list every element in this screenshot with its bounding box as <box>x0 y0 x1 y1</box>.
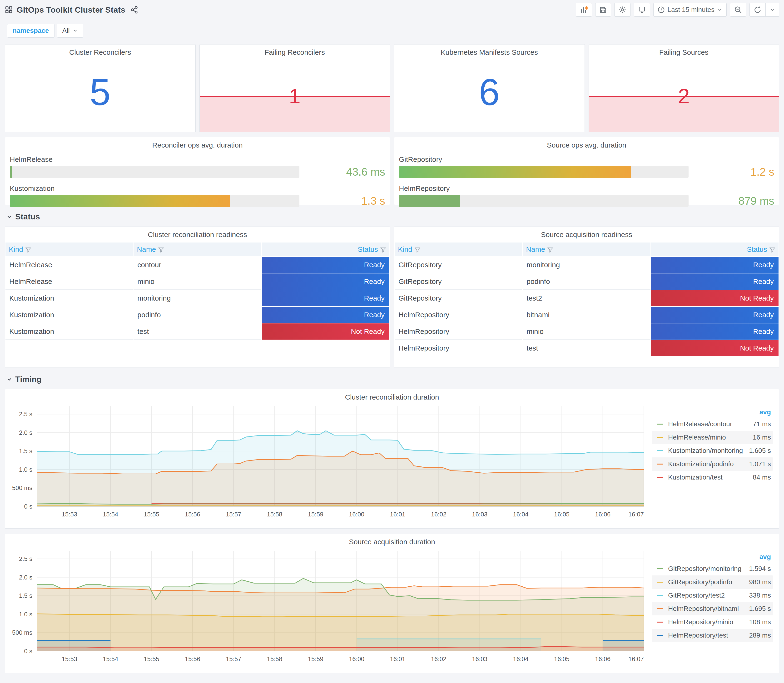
series-name: HelmRepository/test <box>668 632 749 639</box>
legend-item[interactable]: GitRepository/podinfo 980 ms <box>652 576 773 589</box>
refresh-button[interactable] <box>749 3 766 17</box>
chart-legend: avg GitRepository/monitoring 1.594 s Git… <box>651 547 777 666</box>
panel-title[interactable]: Failing Reconcilers <box>200 45 390 56</box>
zoom-out-button[interactable] <box>730 3 746 17</box>
series-avg-value: 289 ms <box>749 632 771 639</box>
gauge-fill <box>10 166 12 178</box>
legend-item[interactable]: GitRepository/monitoring 1.594 s <box>652 562 773 576</box>
column-header-kind[interactable]: Kind <box>5 242 133 256</box>
table-row: HelmRepositoryminioReady <box>394 324 779 340</box>
legend-item[interactable]: HelmRepository/bitnami 1.695 s <box>652 602 773 616</box>
gauge-fill <box>399 166 631 178</box>
save-dashboard-button[interactable] <box>595 3 611 17</box>
legend-avg-header[interactable]: avg <box>652 408 773 416</box>
panel-title[interactable]: Cluster Reconcilers <box>5 45 196 56</box>
svg-text:16:03: 16:03 <box>472 511 487 518</box>
gauge-value: 1.3 s <box>314 194 385 207</box>
table-row: HelmReleasecontourReady <box>5 257 390 273</box>
status-badge: Ready <box>262 257 390 273</box>
series-avg-value: 1.594 s <box>749 565 771 572</box>
name-cell: contour <box>133 257 261 273</box>
chevron-down-icon <box>770 7 775 13</box>
section-status[interactable]: Status <box>6 212 779 221</box>
series-name: HelmRelease/contour <box>668 420 753 428</box>
panel-title[interactable]: Source ops avg. duration <box>399 137 774 149</box>
panel-title[interactable]: Source acquisition readiness <box>394 227 779 239</box>
legend-item[interactable]: HelmRelease/minio 16 ms <box>652 431 773 444</box>
tv-mode-button[interactable] <box>634 3 650 17</box>
readiness-table: KindNameStatusGitRepositorymonitoringRea… <box>394 242 779 357</box>
dashboard-settings-button[interactable] <box>614 3 630 17</box>
filter-icon[interactable] <box>26 247 31 252</box>
kind-cell: HelmRepository <box>394 307 522 323</box>
refresh-interval-dropdown[interactable] <box>766 3 779 17</box>
legend-item[interactable]: HelmRelease/contour 71 ms <box>652 417 773 431</box>
series-name: Kustomization/monitoring <box>668 447 749 455</box>
legend-item[interactable]: HelmRepository/minio 108 ms <box>652 616 773 629</box>
column-header-kind[interactable]: Kind <box>394 242 522 256</box>
filter-icon[interactable] <box>770 247 775 252</box>
column-header-status[interactable]: Status <box>651 242 779 256</box>
svg-text:16:05: 16:05 <box>554 511 569 518</box>
variable-namespace-value[interactable]: All <box>57 24 83 38</box>
filter-icon[interactable] <box>158 247 164 252</box>
filter-icon[interactable] <box>415 247 420 252</box>
column-header-status[interactable]: Status <box>262 242 390 256</box>
legend-item[interactable]: Kustomization/test 84 ms <box>652 471 773 484</box>
gauge-fill <box>399 195 460 207</box>
panel-title[interactable]: Reconciler ops avg. duration <box>10 137 385 149</box>
table-panel-source-readiness: Source acquisition readiness KindNameSta… <box>394 226 779 367</box>
gauge-value: 43.6 ms <box>314 165 385 178</box>
legend-item[interactable]: GitRepository/test2 338 ms <box>652 589 773 602</box>
gauge-track <box>10 195 300 207</box>
legend-item[interactable]: HelmRepository/test 289 ms <box>652 629 773 642</box>
series-color-dash <box>657 595 663 596</box>
svg-text:15:58: 15:58 <box>267 656 282 662</box>
series-color-dash <box>657 622 663 622</box>
series-avg-value: 71 ms <box>753 420 771 428</box>
time-range-picker[interactable]: Last 15 minutes <box>653 3 727 17</box>
stat-value: 2 <box>589 84 779 108</box>
svg-text:1.5 s: 1.5 s <box>19 447 32 455</box>
legend-avg-header[interactable]: avg <box>652 553 773 561</box>
time-series-plot[interactable]: 0 s500 ms1.0 s1.5 s2.0 s2.5 s15:5315:541… <box>7 402 651 521</box>
svg-text:16:01: 16:01 <box>390 656 405 662</box>
legend-item[interactable]: Kustomization/monitoring 1.605 s <box>652 444 773 457</box>
svg-text:500 ms: 500 ms <box>12 484 32 491</box>
time-series-plot[interactable]: 0 s500 ms1.0 s1.5 s2.0 s2.5 s15:5315:541… <box>7 547 651 666</box>
time-range-label: Last 15 minutes <box>667 6 715 14</box>
name-cell: test <box>523 340 650 356</box>
svg-text:500 ms: 500 ms <box>12 629 32 636</box>
panel-title[interactable]: Kubernetes Manifests Sources <box>394 45 585 56</box>
section-timing[interactable]: Timing <box>6 375 779 384</box>
svg-text:15:57: 15:57 <box>226 511 241 518</box>
svg-text:1.5 s: 1.5 s <box>19 592 32 599</box>
chart-legend: avg HelmRelease/contour 71 ms HelmReleas… <box>651 402 777 521</box>
panel-title[interactable]: Failing Sources <box>589 45 779 56</box>
legend-item[interactable]: Kustomization/podinfo 1.071 s <box>652 457 773 471</box>
panel-title[interactable]: Cluster reconciliation duration <box>5 390 779 401</box>
gauge-row: Kustomization 1.3 s <box>10 184 385 207</box>
svg-text:1.0 s: 1.0 s <box>19 466 32 473</box>
column-header-name[interactable]: Name <box>133 242 261 256</box>
add-panel-button[interactable] <box>576 3 592 17</box>
series-color-dash <box>657 608 663 609</box>
svg-text:15:53: 15:53 <box>62 511 77 518</box>
variable-namespace-label[interactable]: namespace <box>7 24 55 38</box>
series-color-dash <box>657 568 663 569</box>
panel-title[interactable]: Cluster reconciliation readiness <box>5 227 390 239</box>
filter-icon[interactable] <box>547 247 553 252</box>
name-cell: monitoring <box>133 290 261 306</box>
filter-icon[interactable] <box>380 247 386 252</box>
toolbar: Last 15 minutes <box>576 3 779 17</box>
status-badge: Ready <box>651 307 779 323</box>
series-color-dash <box>657 582 663 583</box>
panel-title[interactable]: Source acquisition duration <box>5 534 779 546</box>
gauge-row: GitRepository 1.2 s <box>399 156 774 178</box>
kind-cell: Kustomization <box>5 290 133 306</box>
svg-text:16:02: 16:02 <box>431 656 447 662</box>
share-icon[interactable] <box>130 6 138 14</box>
series-color-dash <box>657 477 663 478</box>
series-name: HelmRepository/minio <box>668 618 749 626</box>
column-header-name[interactable]: Name <box>523 242 650 256</box>
